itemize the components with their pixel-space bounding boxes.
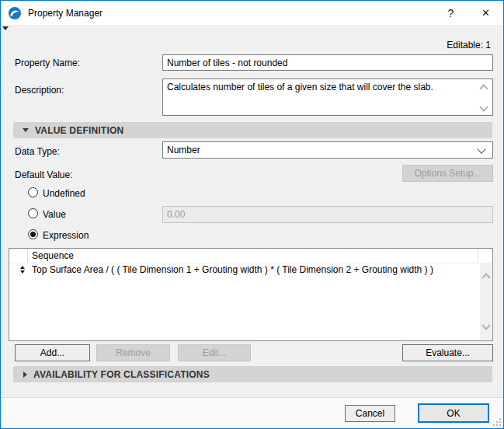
reorder-icon[interactable] [19,266,26,274]
description-label: Description: [15,85,64,96]
property-manager-dialog: Property Manager ? ✕ Editable: 1 Propert… [0,0,504,429]
section-title: AVAILABILITY FOR CLASSIFICATIONS [33,369,210,380]
help-icon[interactable]: ? [433,1,468,25]
scroll-down-icon [481,321,490,330]
radio-expression[interactable] [28,229,38,239]
description-input[interactable]: Calculates number of tiles of a given si… [162,78,493,116]
column-divider [478,249,478,262]
sequence-row[interactable]: Top Surface Area / ( ( Tile Dimension 1 … [9,263,480,275]
sequence-scrollbar [480,263,492,340]
sequence-rows: Top Surface Area / ( ( Tile Dimension 1 … [9,263,480,340]
expand-arrow-icon [23,371,27,378]
data-type-label: Data Type: [15,146,60,157]
scroll-up-icon [481,273,490,281]
archicad-logo-icon [8,6,22,20]
collapse-arrow-icon [23,128,29,132]
radio-undefined-label[interactable]: Undefined [43,188,85,199]
radio-undefined[interactable] [28,187,38,197]
section-title: VALUE DEFINITION [35,125,123,136]
radio-value-label[interactable]: Value [43,209,66,220]
chevron-down-icon [477,145,485,153]
column-divider [27,249,28,262]
remove-button: Remove [96,344,170,361]
ok-button[interactable]: OK [418,403,489,423]
edit-button: Edit... [178,344,251,361]
sequence-column-header[interactable]: Sequence [32,250,74,261]
add-button[interactable]: Add... [15,344,90,361]
dock-arrow-icon[interactable] [2,26,9,30]
default-value-label: Default Value: [15,169,73,180]
property-name-label: Property Name: [15,58,80,68]
expression-sequence-list[interactable]: Sequence Top Surface Area / ( ( Tile Dim… [9,248,493,341]
sequence-list-header[interactable]: Sequence [9,249,492,263]
sequence-expression: Top Surface Area / ( ( Tile Dimension 1 … [32,264,433,275]
radio-value[interactable] [28,208,38,218]
evaluate-button[interactable]: Evaluate... [402,344,493,361]
value-input [162,206,493,223]
data-type-value: Number [167,145,478,155]
data-type-select[interactable]: Number [162,141,493,159]
editable-count: Editable: 1 [447,40,491,51]
property-name-input[interactable] [162,54,493,71]
resize-grip[interactable] [492,417,501,426]
close-icon[interactable]: ✕ [468,1,503,25]
radio-expression-label[interactable]: Expression [43,230,89,241]
page-title: Property Manager [28,8,433,19]
section-value-definition[interactable]: VALUE DEFINITION [13,122,492,138]
options-setup-button: Options Setup... [402,165,493,182]
title-bar: Property Manager ? ✕ [1,1,503,25]
section-availability-for-classifications[interactable]: AVAILABILITY FOR CLASSIFICATIONS [13,366,492,382]
cancel-button[interactable]: Cancel [345,405,395,422]
